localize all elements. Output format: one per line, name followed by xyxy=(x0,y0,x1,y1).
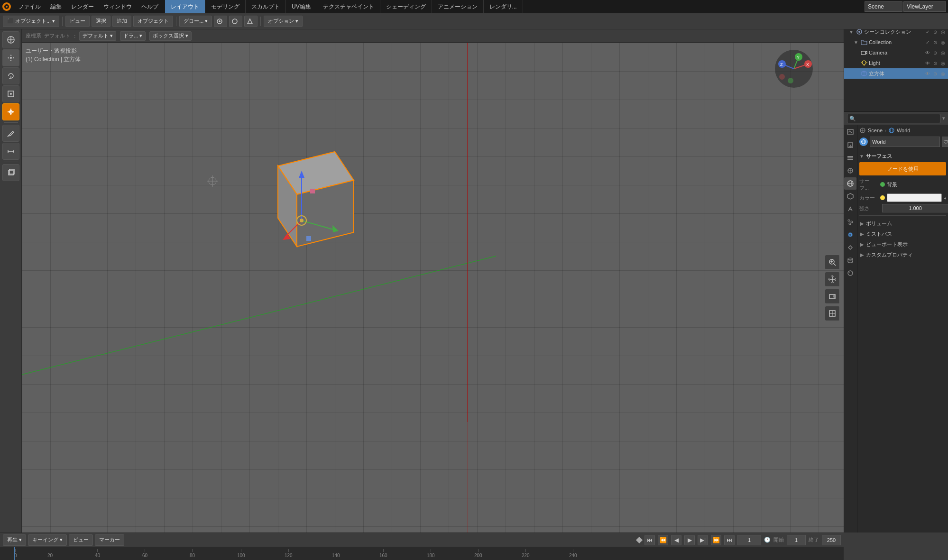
vis-icon-cube[interactable]: 👁 xyxy=(924,70,931,77)
select-mode-dropdown[interactable]: ボックス選択 ▾ xyxy=(149,31,192,41)
scale-tool[interactable] xyxy=(2,85,19,102)
sel-icon-cube[interactable]: ⊙ xyxy=(932,70,939,77)
prop-tab-physics[interactable] xyxy=(844,229,856,241)
outliner-cube[interactable]: 立方体 👁 ⊙ ◎ xyxy=(844,68,948,79)
menu-render[interactable]: レンダー xyxy=(66,0,99,13)
cursor-tool[interactable] xyxy=(2,31,19,48)
tab-texture[interactable]: テクスチャペイント xyxy=(317,0,380,13)
camera-view-btn[interactable] xyxy=(825,289,840,304)
vis-icon-cam[interactable]: 👁 xyxy=(924,49,931,56)
volume-section[interactable]: ▶ ボリューム xyxy=(859,219,946,228)
drag-dropdown[interactable]: ドラ... ▾ xyxy=(120,31,146,41)
rotate-tool[interactable] xyxy=(2,67,19,84)
render-icon-col[interactable]: ◎ xyxy=(939,39,946,46)
outliner-camera[interactable]: Camera 👁 ⊙ ◎ xyxy=(844,47,948,58)
current-frame-input[interactable] xyxy=(737,535,761,545)
start-frame-input[interactable] xyxy=(787,535,806,545)
measure-tool[interactable] xyxy=(2,143,19,160)
end-frame-input[interactable] xyxy=(822,535,841,545)
sel-icon-col[interactable]: ⊙ xyxy=(932,39,939,46)
snap-toggle[interactable] xyxy=(214,16,227,27)
prop-tab-modifier[interactable] xyxy=(844,203,856,215)
snap-btn2[interactable] xyxy=(244,16,258,27)
marker-dropdown[interactable]: マーカー xyxy=(95,534,124,546)
tab-modeling[interactable]: モデリング xyxy=(205,0,246,13)
play-forward-btn[interactable]: ▶ xyxy=(684,535,695,545)
view-dropdown-timeline[interactable]: ビュー xyxy=(69,534,93,546)
prop-search[interactable] xyxy=(847,114,940,123)
render-icon-cam[interactable]: ◎ xyxy=(939,49,946,56)
prop-filter-btn[interactable]: ▾ xyxy=(942,115,945,121)
vis-icon-scene[interactable]: ✓ xyxy=(924,28,931,35)
menu-window[interactable]: ウィンドウ xyxy=(99,0,137,13)
prop-tab-constraints[interactable] xyxy=(844,241,856,254)
prop-tab-scene[interactable] xyxy=(844,165,856,177)
strength-input[interactable] xyxy=(882,204,948,212)
view-menu[interactable]: ビュー xyxy=(65,16,90,27)
world-shield-btn[interactable]: 🛡 xyxy=(942,137,948,147)
vis-icon-light[interactable]: 👁 xyxy=(924,60,931,66)
use-nodes-btn[interactable]: ノードを使用 xyxy=(859,162,946,175)
sel-icon-light[interactable]: ⊙ xyxy=(932,60,939,66)
prop-tab-output[interactable] xyxy=(844,139,856,151)
global-btn[interactable]: グロー... ▾ xyxy=(179,16,212,27)
mist-pass-section[interactable]: ▶ ミストパス xyxy=(859,229,946,239)
viewport-display-section[interactable]: ▶ ビューポート表示 xyxy=(859,239,946,249)
world-name-input[interactable] xyxy=(870,137,940,147)
jump-end-btn[interactable]: ⏭ xyxy=(724,535,735,545)
prop-tab-render[interactable] xyxy=(844,126,856,138)
overlay-btn[interactable]: オプション ▾ xyxy=(264,16,303,27)
select-menu[interactable]: 選択 xyxy=(92,16,110,27)
surface-section-header[interactable]: ▼ サーフェス xyxy=(859,151,946,161)
outliner-light[interactable]: Light 👁 ⊙ ◎ xyxy=(844,58,948,68)
outliner-collection[interactable]: ▼ Collection ✓ ⊙ ◎ xyxy=(844,37,948,47)
custom-props-section[interactable]: ▶ カスタムプロパティ xyxy=(859,250,946,259)
transform-tool[interactable] xyxy=(2,103,19,120)
scene-select[interactable] xyxy=(865,1,902,12)
prop-tab-viewlayer[interactable] xyxy=(844,152,856,164)
prop-tab-material[interactable] xyxy=(844,267,856,279)
sel-icon-cam[interactable]: ⊙ xyxy=(932,49,939,56)
tab-animation[interactable]: アニメーション xyxy=(432,0,484,13)
prop-tab-object[interactable] xyxy=(844,190,856,202)
zoom-in-btn[interactable] xyxy=(825,255,840,270)
add-menu[interactable]: 追加 xyxy=(112,16,131,27)
coord-dropdown[interactable]: デフォルト ▾ xyxy=(79,31,116,41)
grid-view-btn[interactable] xyxy=(825,306,840,321)
tab-shading[interactable]: シェーディング xyxy=(380,0,432,13)
jump-next-key-btn[interactable]: ⏩ xyxy=(711,535,721,545)
object-menu[interactable]: オブジェクト xyxy=(133,16,173,27)
mode-dropdown[interactable]: ⬛ オブジェクト... ▾ xyxy=(3,16,59,27)
prop-tab-world[interactable] xyxy=(844,177,856,190)
tab-rendering[interactable]: レンダリ... xyxy=(484,0,523,13)
jump-prev-key-btn[interactable]: ⏪ xyxy=(658,535,668,545)
render-icon-light[interactable]: ◎ xyxy=(939,60,946,66)
vis-icon-col[interactable]: ✓ xyxy=(924,39,931,46)
tab-uv[interactable]: UV編集 xyxy=(286,0,317,13)
annotate-tool[interactable] xyxy=(2,125,19,142)
sel-icon-scene[interactable]: ⊙ xyxy=(932,28,939,35)
color-expand-btn[interactable]: ◂ xyxy=(944,195,946,201)
pan-btn[interactable] xyxy=(825,272,840,287)
tab-sculpt[interactable]: スカルプト xyxy=(246,0,286,13)
proportional-edit[interactable] xyxy=(229,16,242,27)
menu-edit[interactable]: 編集 xyxy=(46,0,66,13)
keying-dropdown[interactable]: キーイング ▾ xyxy=(28,534,67,546)
move-tool[interactable] xyxy=(2,49,19,66)
view-layer-select[interactable] xyxy=(903,1,946,12)
color-swatch[interactable] xyxy=(887,193,942,202)
menu-help[interactable]: ヘルプ xyxy=(137,0,163,13)
timeline-ruler[interactable]: 0 20 40 60 80 100 120 140 xyxy=(0,547,844,560)
menu-file[interactable]: ファイル xyxy=(13,0,46,13)
add-cube-tool[interactable] xyxy=(2,164,19,181)
jump-start-btn[interactable]: ⏮ xyxy=(644,535,655,545)
playback-dropdown[interactable]: 再生 ▾ xyxy=(3,534,26,546)
render-icon-cube[interactable]: ◎ xyxy=(939,70,946,77)
navigation-gizmo[interactable]: X Y Z xyxy=(773,47,815,90)
step-back-btn[interactable]: ◀ xyxy=(671,535,681,545)
prop-tab-particles[interactable] xyxy=(844,216,856,228)
viewport-3d[interactable]: ユーザー・透視投影 (1) Collection | 立方体 xyxy=(22,43,844,532)
step-forward-btn[interactable]: ▶| xyxy=(698,535,708,545)
render-icon-scene[interactable]: ◎ xyxy=(939,28,946,35)
tab-layout[interactable]: レイアウト xyxy=(165,0,205,13)
